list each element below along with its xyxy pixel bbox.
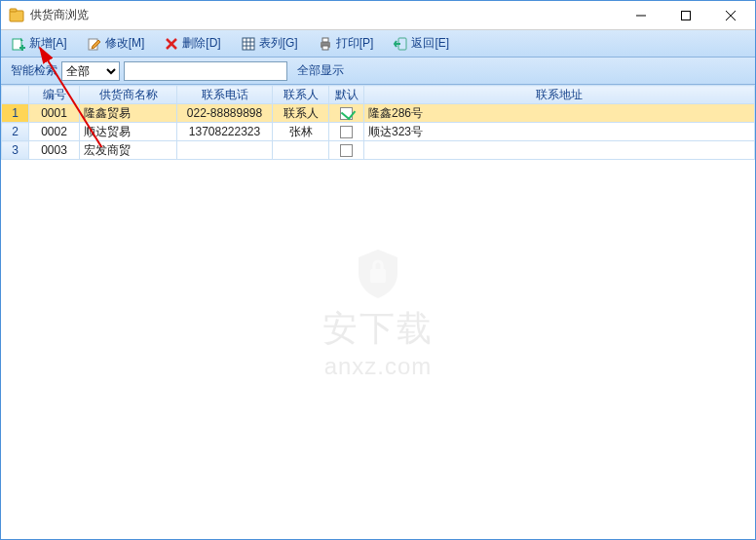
col-phone[interactable]: 联系电话 [177,86,273,104]
checkbox-icon [340,107,353,120]
cell-id: 0002 [29,123,80,141]
edit-button[interactable]: 修改[M] [83,33,149,54]
watermark-line2: anxz.com [322,353,434,380]
svg-rect-21 [370,269,386,283]
columns-label: 表列[G] [259,35,298,52]
cell-name: 顺达贸易 [80,123,177,141]
watermark: 安下载 anxz.com [322,244,434,380]
svg-rect-18 [322,38,328,42]
cell-default[interactable] [329,123,364,141]
show-all-link[interactable]: 全部显示 [297,62,344,79]
cell-id: 0001 [29,104,80,123]
svg-rect-1 [10,9,17,12]
print-button[interactable]: 打印[P] [314,33,378,54]
cell-phone: 13708222323 [177,123,273,141]
titlebar: 供货商浏览 [1,1,755,30]
filter-bar: 智能检索 全部 全部显示 [1,58,755,85]
col-contact[interactable]: 联系人 [273,86,329,104]
maximize-button[interactable] [663,1,708,29]
cell-contact [273,141,329,160]
add-button[interactable]: 新增[A] [7,33,71,54]
window-controls [619,1,753,29]
minimize-button[interactable] [619,1,663,29]
toolbar: 新增[A] 修改[M] 删除[D] 表列[G] 打印[P] 返回[E] [1,30,755,58]
columns-button[interactable]: 表列[G] [237,33,302,54]
cell-contact: 联系人 [273,104,329,123]
print-icon [318,36,333,52]
edit-icon [87,36,102,52]
cell-id: 0003 [29,141,80,160]
cell-phone: 022-88889898 [177,104,273,123]
col-name[interactable]: 供货商名称 [80,86,177,104]
grid-container: 编号 供货商名称 联系电话 联系人 默认 联系地址 10001隆鑫贸易022-8… [1,85,755,539]
cell-rownum: 2 [2,123,29,141]
cell-phone [177,141,273,160]
app-icon [9,8,24,23]
add-icon [11,36,26,52]
search-input[interactable] [124,61,287,81]
svg-rect-3 [682,11,691,19]
col-id[interactable]: 编号 [29,86,80,104]
back-label: 返回[E] [411,35,449,52]
col-rownum[interactable] [2,86,29,104]
add-label: 新增[A] [29,35,67,52]
cell-address: 隆鑫286号 [364,104,755,123]
svg-rect-0 [10,11,23,21]
watermark-line1: 安下载 [322,305,434,353]
cell-contact: 张林 [273,123,329,141]
supplier-table: 编号 供货商名称 联系电话 联系人 默认 联系地址 10001隆鑫贸易022-8… [1,85,755,160]
cell-rownum: 1 [2,104,29,123]
back-icon [393,36,408,52]
table-row[interactable]: 20002顺达贸易13708222323张林顺达323号 [2,123,755,141]
col-default[interactable]: 默认 [329,86,364,104]
svg-rect-12 [243,38,254,50]
cell-address [364,141,755,160]
back-button[interactable]: 返回[E] [389,33,453,54]
checkbox-icon [340,126,353,138]
cell-default[interactable] [329,141,364,160]
delete-label: 删除[D] [182,35,220,52]
close-button[interactable] [708,1,753,29]
cell-address: 顺达323号 [364,123,755,141]
cell-name: 宏发商贸 [80,141,177,160]
col-address[interactable]: 联系地址 [364,86,755,104]
app-window: 供货商浏览 新增[A] 修改[M] 删除[D] 表列[G] 打印[P] [0,0,756,540]
table-row[interactable]: 30003宏发商贸 [2,141,755,160]
delete-icon [164,36,179,52]
columns-icon [241,36,256,52]
checkbox-icon [340,144,353,157]
cell-rownum: 3 [2,141,29,160]
filter-dropdown[interactable]: 全部 [61,61,120,81]
window-title: 供货商浏览 [30,7,619,23]
delete-button[interactable]: 删除[D] [160,33,224,54]
cell-name: 隆鑫贸易 [80,104,177,123]
filter-label: 智能检索 [11,62,57,79]
edit-label: 修改[M] [105,35,145,52]
cell-default[interactable] [329,104,364,123]
table-header-row: 编号 供货商名称 联系电话 联系人 默认 联系地址 [2,86,755,104]
table-row[interactable]: 10001隆鑫贸易022-88889898联系人隆鑫286号 [2,104,755,123]
svg-rect-19 [322,46,328,50]
print-label: 打印[P] [336,35,374,52]
